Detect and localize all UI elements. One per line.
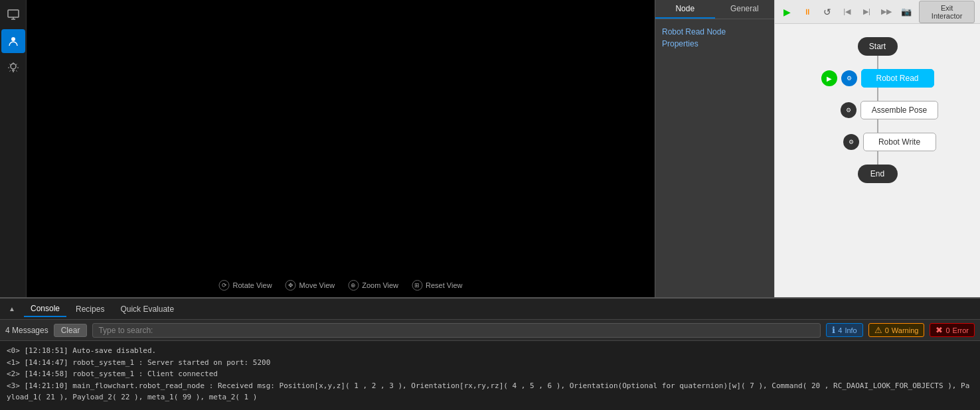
search-input[interactable] xyxy=(92,323,821,338)
main-area: ⟳ Rotate View ✥ Move View ⊕ Zoom View ⊞ … xyxy=(0,0,980,297)
node-panel: Node General Robot Read Node Properties xyxy=(655,0,774,297)
robot-read-play-icon[interactable]: ▶ xyxy=(821,70,837,86)
refresh-button[interactable]: ↺ xyxy=(820,4,835,20)
message-count: 4 Messages xyxy=(5,326,48,335)
info-icon: ℹ xyxy=(832,325,835,335)
reset-view-control[interactable]: ⊞ Reset View xyxy=(412,280,462,291)
console-toolbar: 4 Messages Clear ℹ 4 Info ⚠ 0 Warning ✖ … xyxy=(0,320,980,341)
robot-read-icon: ⚙ xyxy=(841,70,857,86)
svg-point-3 xyxy=(11,37,15,41)
flow-toolbar: ▶ ⏸ ↺ |◀ ▶| ▶▶ 📷 Exit Interactor xyxy=(775,0,980,24)
flow-node-robot-read[interactable]: Robot Read xyxy=(861,69,934,88)
move-view-icon: ✥ xyxy=(286,280,296,291)
console-line: <2> [14:14:58] robot_system_1 : Client c… xyxy=(7,368,973,380)
info-label: Info xyxy=(845,326,857,334)
node-panel-title: Robot Read Node Properties xyxy=(655,19,774,56)
viewport-controls: ⟳ Rotate View ✥ Move View ⊕ Zoom View ⊞ … xyxy=(219,280,463,291)
fast-forward-button[interactable]: ▶▶ xyxy=(879,4,894,20)
assemble-pose-icon: ⚙ xyxy=(841,102,857,118)
error-label: Error xyxy=(953,326,969,334)
console-line: <3> [14:21:10] main_flowchart.robot_read… xyxy=(7,380,973,403)
console-output: <0> [12:18:51] Auto-save disabled.<1> [1… xyxy=(0,341,980,410)
warning-icon: ⚠ xyxy=(874,325,882,335)
warning-label: Warning xyxy=(892,326,919,334)
rotate-view-label: Rotate View xyxy=(233,281,272,289)
connector-1 xyxy=(877,56,878,69)
error-icon: ✖ xyxy=(936,325,943,335)
svg-rect-0 xyxy=(8,10,19,17)
collapse-button[interactable]: ▲ xyxy=(7,304,17,314)
robot-read-label: Robot Read xyxy=(876,74,918,83)
sidebar-icon-bulb[interactable] xyxy=(1,56,25,80)
reset-view-icon: ⊞ xyxy=(412,280,422,291)
skip-end-button[interactable]: ▶| xyxy=(860,4,874,20)
flow-node-start[interactable]: Start xyxy=(858,37,898,56)
robot-write-icon: ⚙ xyxy=(843,134,859,150)
sidebar xyxy=(0,0,27,297)
clear-button[interactable]: Clear xyxy=(54,324,88,337)
tab-quick-evaluate[interactable]: Quick Evaluate xyxy=(114,302,181,316)
flow-node-end[interactable]: End xyxy=(858,165,898,183)
console-line: <0> [12:18:51] Auto-save disabled. xyxy=(7,345,973,357)
play-button[interactable]: ▶ xyxy=(780,4,795,20)
zoom-view-icon: ⊕ xyxy=(348,280,359,291)
error-badge[interactable]: ✖ 0 Error xyxy=(930,323,975,337)
assemble-pose-label: Assemble Pose xyxy=(872,105,927,115)
skip-start-button[interactable]: |◀ xyxy=(840,4,855,20)
exit-interactor-button[interactable]: Exit Interactor xyxy=(919,1,975,23)
zoom-view-label: Zoom View xyxy=(362,281,398,289)
warning-count: 0 xyxy=(885,326,889,334)
flow-node-assemble-pose-row: ⚙ Assemble Pose xyxy=(817,101,938,119)
error-count: 0 xyxy=(945,326,949,334)
robot-write-label: Robot Write xyxy=(878,137,920,147)
connector-3 xyxy=(877,119,878,133)
flow-node-assemble-pose[interactable]: Assemble Pose xyxy=(860,101,938,119)
flow-panel: ▶ ⏸ ↺ |◀ ▶| ▶▶ 📷 Exit Interactor Start ▶… xyxy=(774,0,980,297)
info-badge[interactable]: ℹ 4 Info xyxy=(826,323,862,337)
app-container: ⟳ Rotate View ✥ Move View ⊕ Zoom View ⊞ … xyxy=(0,0,980,410)
console-tabs: ▲ Console Recipes Quick Evaluate xyxy=(0,299,980,320)
warning-badge[interactable]: ⚠ 0 Warning xyxy=(868,323,925,337)
console-area: ▲ Console Recipes Quick Evaluate 4 Messa… xyxy=(0,297,980,410)
info-count: 4 xyxy=(838,326,842,334)
tab-console[interactable]: Console xyxy=(24,301,66,317)
end-label: End xyxy=(870,169,884,178)
connector-4 xyxy=(877,151,878,165)
tab-recipes[interactable]: Recipes xyxy=(69,302,111,316)
connector-2 xyxy=(877,88,878,101)
zoom-view-control[interactable]: ⊕ Zoom View xyxy=(348,280,398,291)
start-label: Start xyxy=(869,42,886,51)
pause-button[interactable]: ⏸ xyxy=(800,4,815,20)
move-view-label: Move View xyxy=(299,281,335,289)
flow-node-robot-write-row: ⚙ Robot Write xyxy=(819,133,936,151)
console-line: <1> [14:14:47] robot_system_1 : Server s… xyxy=(7,357,973,369)
svg-point-4 xyxy=(11,64,16,69)
sidebar-icon-people[interactable] xyxy=(1,29,25,53)
flow-node-robot-read-row: ▶ ⚙ Robot Read xyxy=(821,69,934,88)
tab-general[interactable]: General xyxy=(715,0,775,19)
flow-diagram: Start ▶ ⚙ Robot Read ⚙ Assem xyxy=(775,24,980,297)
reset-view-label: Reset View xyxy=(426,281,462,289)
rotate-view-icon: ⟳ xyxy=(219,280,230,291)
tab-node[interactable]: Node xyxy=(655,0,715,19)
node-panel-tabs: Node General xyxy=(655,0,774,19)
sidebar-icon-screen[interactable] xyxy=(1,3,25,27)
move-view-control[interactable]: ✥ Move View xyxy=(286,280,335,291)
rotate-view-control[interactable]: ⟳ Rotate View xyxy=(219,280,272,291)
flow-node-robot-write[interactable]: Robot Write xyxy=(863,133,936,151)
viewport: ⟳ Rotate View ✥ Move View ⊕ Zoom View ⊞ … xyxy=(27,0,655,297)
camera-button[interactable]: 📷 xyxy=(899,4,914,20)
